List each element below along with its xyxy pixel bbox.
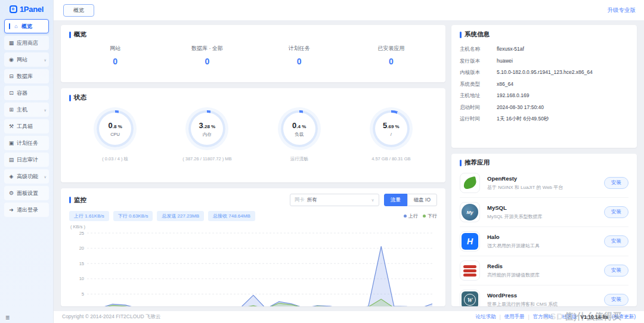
legend-item[interactable]: 上行 bbox=[404, 213, 418, 219]
right-column: 系统信息 主机名称flexusx-51af发行版本huawei内核版本5.10.… bbox=[451, 25, 637, 306]
app-description: 世界上最流行的博客和 CMS 系统 bbox=[487, 301, 558, 306]
sidebar-item-logout[interactable]: ➜退出登录 bbox=[4, 203, 49, 217]
collapse-sidebar-button[interactable]: ≡ bbox=[5, 314, 10, 321]
info-label: 主机地址 bbox=[460, 90, 497, 102]
gauge-percent: 3.28 % bbox=[199, 120, 216, 130]
log-icon: ▤ bbox=[8, 157, 14, 163]
install-button[interactable]: 安装 bbox=[604, 177, 628, 189]
apps-card-title: 推荐应用 bbox=[460, 159, 628, 167]
app-row-mysql: MyMySQLMySQL 开源关系型数据库安装 bbox=[460, 197, 628, 226]
sidebar-menu: ⌂概览▦应用商店◉网站∨⊟数据库⊡容器⊞主机∨⚒工具箱▣计划任务▤日志审计◈高级… bbox=[0, 18, 53, 220]
stat-value[interactable]: 0 bbox=[161, 57, 253, 66]
stat-label: 已安装应用 bbox=[345, 45, 437, 52]
tab-overview[interactable]: 概览 bbox=[63, 4, 94, 17]
legend-item[interactable]: 下行 bbox=[423, 213, 437, 219]
gauge-sub-text: 4.57 GB / 80.31 GB bbox=[371, 156, 410, 162]
app-description: 高性能的开源键值数据库 bbox=[487, 272, 540, 278]
chevron-down-icon: ∨ bbox=[371, 198, 374, 203]
install-button[interactable]: 安装 bbox=[604, 265, 628, 277]
stat-value[interactable]: 0 bbox=[345, 57, 437, 66]
app-name: WordPress bbox=[487, 292, 558, 299]
sidebar-item-website[interactable]: ◉网站∨ bbox=[4, 52, 49, 67]
sidebar-item-label: 容器 bbox=[17, 89, 27, 97]
left-column: 概览 网站0数据库 · 全部0计划任务0已安装应用0 状态 0.8 %CPU( … bbox=[61, 25, 445, 306]
gauge-sub-text: 运行流畅 bbox=[290, 156, 308, 162]
stat-value[interactable]: 0 bbox=[253, 57, 345, 66]
sidebar-item-cronjob[interactable]: ▣计划任务 bbox=[4, 136, 49, 150]
svg-text:20: 20 bbox=[79, 246, 84, 251]
install-button[interactable]: 安装 bbox=[604, 235, 628, 247]
footer-link-2[interactable]: 官方网站 bbox=[533, 313, 553, 321]
system-info-row: 内核版本5.10.0-182.0.0.95.r1941_123.hce2.x86… bbox=[460, 67, 628, 79]
check-update-link[interactable]: (检查更新) bbox=[612, 313, 636, 321]
toolbox-icon: ⚒ bbox=[8, 123, 14, 129]
install-button[interactable]: 安装 bbox=[604, 206, 628, 218]
gauge-int: 0 bbox=[109, 121, 113, 130]
sidebar-item-logs[interactable]: ▤日志审计 bbox=[4, 153, 49, 167]
apps-title-text: 推荐应用 bbox=[465, 159, 490, 167]
footer-separator: | bbox=[528, 314, 530, 320]
footer-separator: | bbox=[557, 314, 558, 320]
system-info-rows: 主机名称flexusx-51af发行版本huawei内核版本5.10.0-182… bbox=[460, 44, 628, 125]
gauge-percent: 5.69 % bbox=[383, 120, 400, 130]
app-logo: H bbox=[460, 231, 480, 251]
version-label: V1.10.14-lts bbox=[581, 314, 609, 320]
app-texts: OpenResty基于 NGINX 和 LuaJIT 的 Web 平台 bbox=[487, 175, 563, 191]
app-texts: WordPress世界上最流行的博客和 CMS 系统 bbox=[487, 292, 558, 306]
svg-text:5: 5 bbox=[82, 291, 84, 297]
sidebar-item-label: 网站 bbox=[17, 56, 27, 64]
gauge-label: / bbox=[391, 132, 392, 137]
stat-value[interactable]: 0 bbox=[69, 57, 161, 66]
footer-links: 论坛求助|使用手册|官方网站|社区版 V1.10.14-lts (检查更新) bbox=[475, 313, 636, 321]
monitor-controls: 网卡 所有 ∨ 流量 磁盘 IO bbox=[290, 194, 437, 206]
footer-link-0[interactable]: 论坛求助 bbox=[475, 313, 496, 321]
system-info-row: 启动时间2024-08-30 17:50:40 bbox=[460, 102, 628, 114]
info-label: 主机名称 bbox=[460, 44, 497, 55]
overview-stat: 计划任务0 bbox=[253, 45, 345, 66]
traffic-chart: 0510152025( KB/s ) bbox=[69, 223, 437, 306]
app-description: MySQL 开源关系型数据库 bbox=[487, 213, 543, 220]
footer-separator: | bbox=[499, 314, 500, 320]
database-icon: ⊟ bbox=[8, 73, 14, 79]
openresty-logo-icon bbox=[462, 176, 477, 190]
overview-stats: 网站0数据库 · 全部0计划任务0已安装应用0 bbox=[69, 45, 437, 66]
sidebar-item-toolbox[interactable]: ⚒工具箱 bbox=[4, 119, 49, 133]
disk-io-button[interactable]: 磁盘 IO bbox=[407, 194, 437, 206]
footer-link-3[interactable]: 社区版 bbox=[562, 313, 577, 321]
sidebar-item-advanced[interactable]: ◈高级功能∨ bbox=[4, 169, 49, 184]
sidebar-item-host[interactable]: ⊞主机∨ bbox=[4, 103, 49, 117]
container-icon: ⊡ bbox=[8, 90, 14, 96]
halo-logo-icon: H bbox=[462, 233, 478, 250]
traffic-button[interactable]: 流量 bbox=[384, 194, 407, 206]
network-card-select[interactable]: 网卡 所有 ∨ bbox=[290, 194, 379, 206]
install-button[interactable]: 安装 bbox=[604, 294, 628, 306]
sidebar-item-appstore[interactable]: ▦应用商店 bbox=[4, 36, 49, 50]
gauge-percent: 0.4 % bbox=[292, 120, 306, 130]
mysql-logo-icon: My bbox=[462, 204, 478, 220]
info-value: flexusx-51af bbox=[497, 44, 524, 55]
app-logo[interactable]: 1Panel bbox=[0, 0, 53, 18]
system-info-title-text: 系统信息 bbox=[465, 30, 490, 39]
footer: Copyright © 2014-2024 FIT2CLOUD 飞致云 论坛求助… bbox=[54, 311, 644, 323]
logo-text: 1Panel bbox=[20, 5, 44, 14]
app-texts: Halo强大易用的开源建站工具 bbox=[487, 234, 540, 249]
chevron-down-icon: ∨ bbox=[44, 58, 47, 62]
host-icon: ⊞ bbox=[8, 107, 14, 113]
app-description: 基于 NGINX 和 LuaJIT 的 Web 平台 bbox=[487, 184, 563, 191]
app-row-halo: HHalo强大易用的开源建站工具安装 bbox=[460, 226, 628, 256]
sidebar-item-settings[interactable]: ⚙面板设置 bbox=[4, 186, 49, 200]
monitor-tag-row: 上行 1.61KB/s下行 0.63KB/s总发送 227.23MB总接收 74… bbox=[69, 211, 437, 221]
info-value: 2024-08-30 17:50:40 bbox=[497, 102, 544, 114]
upgrade-pro-link[interactable]: 升级专业版 bbox=[608, 7, 636, 14]
info-value: x86_64 bbox=[497, 79, 513, 91]
footer-link-1[interactable]: 使用手册 bbox=[504, 313, 525, 321]
sidebar-item-overview[interactable]: ⌂概览 bbox=[4, 19, 49, 33]
title-bar-icon bbox=[460, 160, 462, 166]
title-bar-icon bbox=[460, 32, 462, 38]
globe-icon: ◉ bbox=[8, 57, 14, 63]
monitor-tag: 总接收 748.64MB bbox=[208, 211, 255, 221]
app-name: Redis bbox=[487, 263, 540, 269]
sidebar-item-container[interactable]: ⊡容器 bbox=[4, 86, 49, 100]
sidebar-item-database[interactable]: ⊟数据库 bbox=[4, 69, 49, 83]
chevron-down-icon: ∨ bbox=[44, 108, 47, 112]
